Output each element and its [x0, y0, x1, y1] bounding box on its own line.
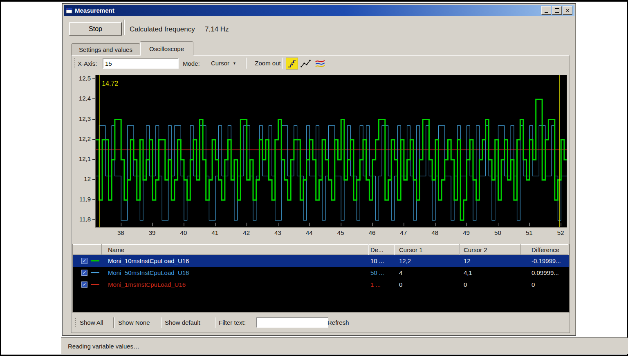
y-tick-label: 12,1 [79, 155, 91, 162]
toolbar-separator [179, 58, 180, 69]
x-tick-label: 52 [552, 229, 569, 236]
stop-button[interactable]: Stop [69, 22, 122, 36]
table-row[interactable]: ✓ Moni_50msInstCpuLoad_U16 50 ... 4 4,1 … [73, 267, 569, 279]
window-title: Measurement [75, 7, 114, 14]
mode-dropdown[interactable]: Cursor ▼ [206, 58, 241, 68]
minimize-icon [545, 12, 548, 13]
row-checkbox[interactable]: ✓ [81, 270, 87, 276]
show-default-button[interactable]: Show default [165, 319, 200, 326]
maximize-button[interactable] [552, 6, 562, 15]
x-tick-label: 48 [427, 229, 443, 236]
header-description[interactable]: De... [368, 244, 394, 255]
toolbar-separator [281, 58, 283, 69]
y-tick-mark [92, 98, 95, 99]
table-row[interactable]: ✓ Moni_10msInstCpuLoad_U16 10 ... 12,2 1… [73, 255, 569, 267]
x-tick-label: 40 [175, 229, 192, 236]
page-border-bottom [0, 355, 628, 356]
waveform-canvas[interactable]: 14.72 [96, 75, 567, 227]
maximize-icon [555, 8, 559, 13]
header-checkbox-column[interactable] [73, 244, 102, 255]
row-cursor2: 0 [460, 281, 521, 288]
multi-curve-display-button[interactable] [314, 58, 326, 69]
x-tick-label: 49 [458, 229, 475, 236]
toolbar-separator [245, 58, 247, 69]
tab-settings-and-values[interactable]: Settings and values [71, 43, 140, 55]
series-color-sample [91, 284, 99, 285]
y-tick-mark [92, 139, 95, 140]
x-tick-label: 46 [364, 229, 380, 236]
filter-text-input[interactable] [256, 317, 328, 328]
colored-curves-icon [315, 58, 325, 68]
close-icon: ✕ [565, 8, 570, 13]
titlebar[interactable]: Measurement ✕ [64, 5, 574, 16]
header-difference[interactable]: Difference [521, 244, 568, 255]
y-tick-label: 12 [84, 175, 91, 182]
step-display-button[interactable] [286, 58, 298, 69]
variable-table: Name De... Cursor 1 Cursor 2 Difference … [72, 244, 570, 313]
row-difference: 0.09999... [521, 269, 568, 276]
y-tick-label: 12,2 [79, 135, 91, 142]
calculated-frequency-label: Calculated frequency [130, 25, 195, 33]
close-button[interactable]: ✕ [563, 6, 572, 15]
refresh-button[interactable]: Refresh [327, 319, 349, 326]
series-color-sample [91, 272, 99, 273]
x-axis: 383940414243444546474849505152 [95, 228, 566, 237]
app-icon [66, 7, 72, 14]
trend-line-icon [300, 58, 311, 68]
row-cursor2: 12 [460, 257, 521, 264]
staircase-icon [287, 59, 297, 69]
y-tick-label: 12,4 [79, 95, 91, 102]
x-tick-label: 42 [238, 229, 255, 236]
y-tick-mark [92, 78, 95, 79]
show-none-button[interactable]: Show None [118, 319, 150, 326]
client-area: Stop Calculated frequency 7,14 Hz Settin… [64, 16, 574, 334]
header-cursor1[interactable]: Cursor 1 [394, 244, 460, 255]
linear-display-button[interactable] [300, 58, 311, 69]
x-tick-label: 50 [489, 229, 506, 236]
row-name: Moni_1msInstCpuLoad_U16 [102, 281, 368, 288]
y-axis: 12,512,412,312,212,11211,911,8 [72, 75, 95, 227]
oscilloscope-plot[interactable]: 14.72 [95, 75, 567, 228]
row-cursor2: 4,1 [460, 269, 521, 276]
x-tick-label: 45 [332, 229, 349, 236]
measurement-window: Measurement ✕ Stop Calculated frequency … [62, 3, 576, 336]
x-tick-label: 38 [112, 229, 129, 236]
series-color-sample [91, 260, 99, 261]
calculated-frequency-value: 7,14 Hz [205, 25, 229, 33]
row-name: Moni_10msInstCpuLoad_U16 [102, 257, 368, 264]
y-tick-mark [92, 219, 95, 220]
y-tick-mark [92, 199, 95, 200]
y-tick-mark [92, 179, 95, 180]
row-checkbox[interactable]: ✓ [81, 258, 87, 264]
zoom-out-button[interactable]: Zoom out [250, 58, 286, 68]
y-tick-mark [92, 159, 95, 160]
minimize-button[interactable] [541, 6, 551, 15]
row-difference: 0 [521, 281, 568, 288]
oscilloscope-panel: X-Axis: Mode: Cursor ▼ Zoom out [71, 55, 570, 333]
x-tick-label: 41 [207, 229, 223, 236]
xaxis-input[interactable] [103, 58, 179, 69]
header-name[interactable]: Name [102, 244, 368, 255]
x-tick-label: 39 [144, 229, 160, 236]
page-border-left [0, 0, 1, 356]
filter-text-label: Filter text: [219, 319, 246, 326]
x-tick-label: 43 [270, 229, 286, 236]
row-difference: -0.19999... [521, 257, 568, 264]
bottom-toolbar-gripper[interactable] [75, 318, 76, 327]
row-checkbox[interactable]: ✓ [81, 281, 87, 288]
page-border-top [0, 0, 628, 2]
header-cursor2[interactable]: Cursor 2 [460, 244, 521, 255]
table-row[interactable]: ✓ Moni_1msInstCpuLoad_U16 1 ... 0 0 0 [73, 279, 569, 290]
row-description: 1 ... [368, 281, 394, 288]
row-description: 50 ... [368, 269, 394, 276]
row-cursor1: 12,2 [394, 257, 460, 264]
toolbar-gripper[interactable] [74, 58, 75, 68]
xaxis-label: X-Axis: [78, 60, 97, 67]
chevron-down-icon: ▼ [233, 61, 236, 65]
toolbar-separator [214, 317, 215, 328]
show-all-button[interactable]: Show All [80, 319, 103, 326]
tab-oscilloscope[interactable]: Oscilloscope [140, 41, 193, 56]
row-description: 10 ... [368, 257, 394, 264]
y-tick-mark [92, 119, 95, 120]
x-tick-label: 47 [395, 229, 412, 236]
